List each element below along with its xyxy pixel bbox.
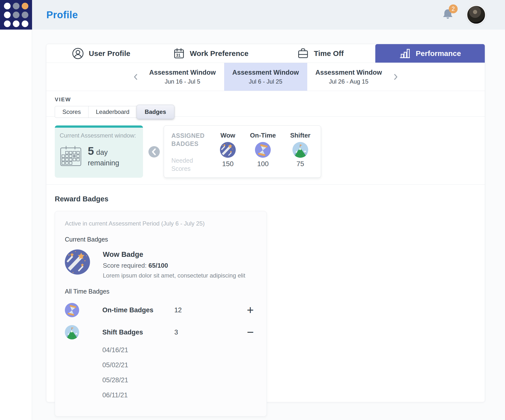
all-time-row-ontime: On-time Badges 12 +: [65, 303, 257, 317]
assigned-badges-card: ASSIGNED BADGES Needed Scores Wow 150 On…: [164, 125, 321, 178]
badge-name: Wow: [220, 132, 235, 139]
briefcase-icon: [297, 48, 309, 59]
all-time-badge-count: 12: [174, 306, 197, 314]
app-logo[interactable]: [0, 0, 32, 30]
calendar-large-icon: [60, 145, 82, 167]
notification-count-badge: 2: [449, 4, 458, 13]
tab-time-off[interactable]: Time Off: [266, 44, 375, 63]
summary-row: Current Assessment window: 5day remainin…: [46, 117, 485, 178]
bar-chart-icon: [399, 48, 411, 59]
all-time-badges-label: All Time Badges: [65, 288, 257, 295]
assessment-window-selector: Assessment Window Jun 16 - Jul 5 Assessm…: [46, 63, 485, 91]
calendar-icon: [173, 48, 185, 59]
badge-needed-score: 150: [222, 160, 234, 168]
all-time-badge-name: Shift Badges: [102, 329, 174, 336]
current-badge-score: Score required: 65/100: [103, 262, 245, 269]
left-sidebar: [0, 30, 32, 420]
assigned-badge-ontime: On-Time 100: [250, 132, 276, 173]
window-title: Assessment Window: [232, 69, 299, 76]
teal-accent-bar: [55, 125, 143, 128]
current-badges-label: Current Badges: [65, 236, 257, 243]
tab-label: Performance: [416, 49, 461, 58]
needed-scores-label: Needed Scores: [171, 157, 200, 173]
remaining-label: remaining: [88, 158, 119, 168]
current-badge-description: Lorem ipsum dolor sit amet, consectetur …: [103, 272, 245, 279]
page-title: Profile: [46, 9, 78, 20]
view-segmented-control: Scores Leaderboard Badges: [55, 106, 174, 118]
reward-badges-heading: Reward Badges: [55, 195, 476, 203]
view-option-scores[interactable]: Scores: [55, 106, 89, 118]
all-time-badge-count: 3: [174, 329, 197, 336]
chevron-left-circle-icon: [148, 146, 160, 158]
user-avatar[interactable]: [467, 5, 486, 24]
all-time-badge-name: On-time Badges: [102, 306, 174, 314]
view-option-badges-selected[interactable]: Badges: [137, 105, 174, 119]
badge-date: 04/16/21: [102, 346, 257, 354]
assigned-badges-title: ASSIGNED BADGES: [171, 132, 213, 148]
assigned-badge-wow: Wow 150: [220, 132, 236, 173]
chevron-right-icon: [392, 73, 399, 80]
current-badge-name: Wow Badge: [103, 250, 245, 259]
mountain-badge-icon: [65, 325, 79, 339]
view-option-leaderboard[interactable]: Leaderboard: [89, 106, 137, 118]
chevron-left-icon: [132, 73, 139, 80]
view-switcher-row: VIEW Scores Leaderboard Badges: [46, 91, 485, 117]
notifications-button[interactable]: 2: [442, 8, 454, 22]
score-required-value: 65/100: [148, 262, 168, 269]
window-dates: Jul 6 - Jul 25: [249, 78, 282, 85]
window-dates: Jul 26 - Aug 15: [329, 78, 368, 85]
mountain-badge-icon: [292, 142, 308, 158]
next-window-button[interactable]: [390, 63, 401, 91]
window-title: Assessment Window: [149, 69, 216, 76]
tab-label: User Profile: [89, 49, 130, 58]
wow-badge-icon: [220, 142, 236, 158]
view-label: VIEW: [55, 96, 485, 103]
active-period-note: Active in current Assessment Period (Jul…: [65, 220, 257, 227]
reward-badges-section: Reward Badges Active in current Assessme…: [46, 185, 485, 420]
profile-card: User Profile Work Preference Time Off Pe…: [46, 44, 485, 402]
assigned-badge-shifter: Shifter 75: [290, 132, 310, 173]
wow-badge-icon: [65, 249, 90, 275]
days-remaining-text: 5day remaining: [88, 144, 119, 168]
days-unit: day: [96, 148, 108, 156]
badge-date: 06/11/21: [102, 391, 257, 399]
assessment-window-3[interactable]: Assessment Window Jul 26 - Aug 15: [307, 63, 390, 91]
current-assessment-card: Current Assessment window: 5day remainin…: [55, 125, 143, 178]
badge-name: On-Time: [250, 132, 276, 139]
badge-name: Shifter: [290, 132, 310, 139]
profile-tabs: User Profile Work Preference Time Off Pe…: [46, 44, 485, 63]
previous-window-button[interactable]: [130, 63, 141, 91]
assessment-window-1[interactable]: Assessment Window Jun 16 - Jul 5: [141, 63, 224, 91]
score-required-label: Score required:: [103, 262, 147, 269]
hourglass-badge-icon: [255, 142, 271, 158]
tab-work-preference[interactable]: Work Preference: [156, 44, 266, 63]
days-value: 5: [88, 145, 94, 157]
badge-date: 05/02/21: [102, 361, 257, 369]
expand-button[interactable]: +: [247, 305, 257, 315]
window-dates: Jun 16 - Jul 5: [165, 78, 200, 85]
user-icon: [72, 48, 84, 59]
tab-label: Work Preference: [190, 49, 249, 58]
window-title: Assessment Window: [315, 69, 382, 76]
badge-date: 05/28/21: [102, 376, 257, 384]
badge-needed-score: 75: [296, 160, 304, 168]
badge-needed-score: 100: [257, 160, 269, 168]
tab-label: Time Off: [314, 49, 344, 58]
app-header: Profile 2: [0, 0, 505, 30]
collapse-panel-button[interactable]: [148, 146, 160, 158]
shift-badge-dates-list: 04/16/21 05/02/21 05/28/21 06/11/21: [102, 346, 257, 399]
reward-badges-card: Active in current Assessment Period (Jul…: [55, 211, 267, 417]
assessment-window-2-selected[interactable]: Assessment Window Jul 6 - Jul 25: [224, 63, 307, 91]
logo-dots-icon: [4, 3, 28, 27]
current-window-label: Current Assessment window:: [60, 132, 138, 139]
collapse-button[interactable]: −: [247, 327, 257, 337]
main-area: User Profile Work Preference Time Off Pe…: [32, 30, 505, 420]
tab-user-profile[interactable]: User Profile: [46, 44, 156, 63]
tab-performance[interactable]: Performance: [375, 44, 485, 63]
hourglass-badge-icon: [65, 303, 79, 317]
all-time-row-shift: Shift Badges 3 −: [65, 325, 257, 339]
current-badge-row: Wow Badge Score required: 65/100 Lorem i…: [65, 249, 257, 279]
